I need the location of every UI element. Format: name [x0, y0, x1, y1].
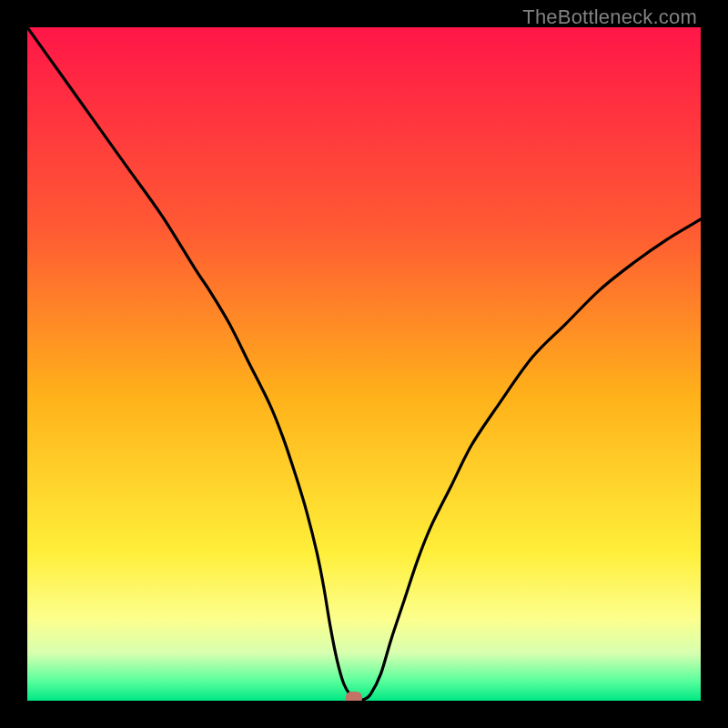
gradient-background — [27, 27, 701, 701]
chart-svg — [27, 27, 701, 701]
marker-dot — [346, 692, 362, 701]
watermark-text: TheBottleneck.com — [522, 5, 697, 29]
chart-frame: TheBottleneck.com — [0, 0, 728, 728]
chart-plot-area — [27, 27, 701, 701]
